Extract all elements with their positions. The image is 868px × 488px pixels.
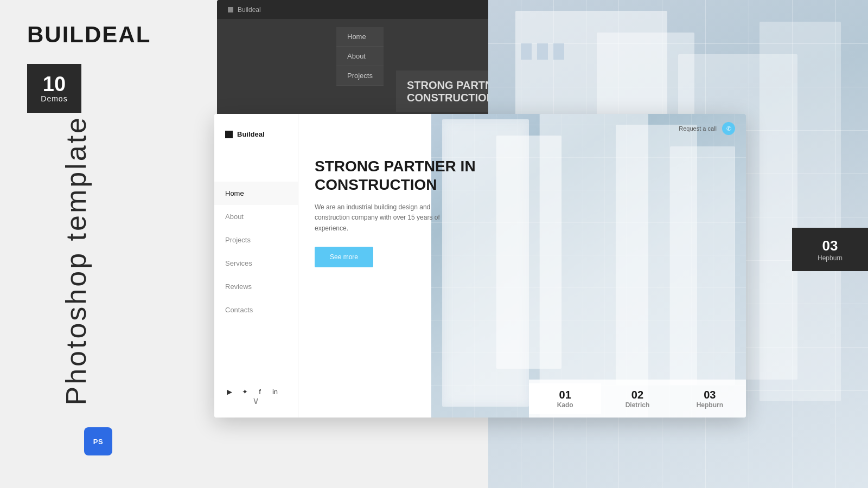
back-tab-text: Buildeal [238, 6, 261, 14]
hero-description: We are an industrial building design and… [315, 202, 445, 234]
vertical-template-text: Photoshop template [60, 115, 92, 406]
slide-indicators: 01 Kado 02 Dietrich 03 Hepburn [529, 380, 746, 418]
back-nav-about[interactable]: About [336, 47, 384, 66]
sidebar-item-reviews[interactable]: Reviews [214, 275, 298, 298]
left-brand-area: BUILDEAL 10 Demos [0, 0, 212, 488]
sidebar-item-services[interactable]: Services [214, 252, 298, 275]
sidebar-item-about[interactable]: About [214, 205, 298, 228]
back-tab-icon [228, 7, 233, 12]
call-icon: ✆ [722, 122, 735, 135]
hepburn-name: Hepburn [818, 254, 843, 262]
hepburn-number: 03 [822, 237, 838, 254]
hepburn-demo-overlay: 03 Hepburn [792, 228, 868, 271]
slide-indicator-kado[interactable]: 01 Kado [529, 383, 601, 414]
back-nav-home[interactable]: Home [336, 27, 384, 47]
slide-01-number: 01 [534, 389, 596, 401]
back-nav-projects[interactable]: Projects [336, 66, 384, 86]
slide-01-name: Kado [534, 401, 596, 409]
vertical-text-container: Photoshop template [60, 98, 92, 423]
slide-indicator-dietrich[interactable]: 02 Dietrich [601, 383, 673, 414]
request-call-button[interactable]: Request a call ✆ [679, 122, 735, 135]
sidebar-logo-icon [225, 131, 233, 138]
main-browser-window: Buildeal Home About Projects Services Re… [214, 114, 746, 418]
sidebar-navigation: Home About Projects Services Reviews Con… [214, 182, 298, 376]
chevron-down-icon: ∨ [252, 395, 259, 407]
sidebar-item-projects[interactable]: Projects [214, 228, 298, 252]
linkedin-icon[interactable]: in [271, 387, 279, 396]
request-call-text: Request a call [679, 125, 717, 132]
sidebar: Buildeal Home About Projects Services Re… [214, 114, 298, 418]
ps-badge: PS [84, 427, 112, 455]
main-content-area: Request a call ✆ STRONG PARTNER IN CONST… [298, 114, 746, 418]
demos-number: 10 [43, 74, 66, 94]
twitter-icon[interactable]: ✦ [240, 387, 249, 396]
scroll-indicator[interactable]: ∨ [252, 395, 259, 407]
sidebar-logo-text: Buildeal [237, 130, 265, 138]
sidebar-item-contacts[interactable]: Contacts [214, 298, 298, 322]
slide-02-number: 02 [607, 389, 668, 401]
slide-03-number: 03 [679, 389, 741, 401]
slide-indicator-hepburn[interactable]: 03 Hepburn [674, 383, 746, 414]
slide-03-name: Hepburn [679, 401, 741, 409]
sidebar-item-home[interactable]: Home [214, 182, 298, 205]
back-browser-nav: Home About Projects [336, 27, 384, 86]
hero-text-area: STRONG PARTNER IN CONSTRUCTION We are an… [315, 157, 476, 267]
hero-background-image [431, 114, 746, 418]
sidebar-logo: Buildeal [214, 130, 298, 160]
hero-title: STRONG PARTNER IN CONSTRUCTION [315, 157, 476, 194]
see-more-button[interactable]: See more [315, 247, 373, 267]
slide-02-name: Dietrich [607, 401, 668, 409]
brand-title: BUILDEAL [27, 22, 151, 48]
youtube-icon[interactable]: ▶ [225, 387, 234, 396]
